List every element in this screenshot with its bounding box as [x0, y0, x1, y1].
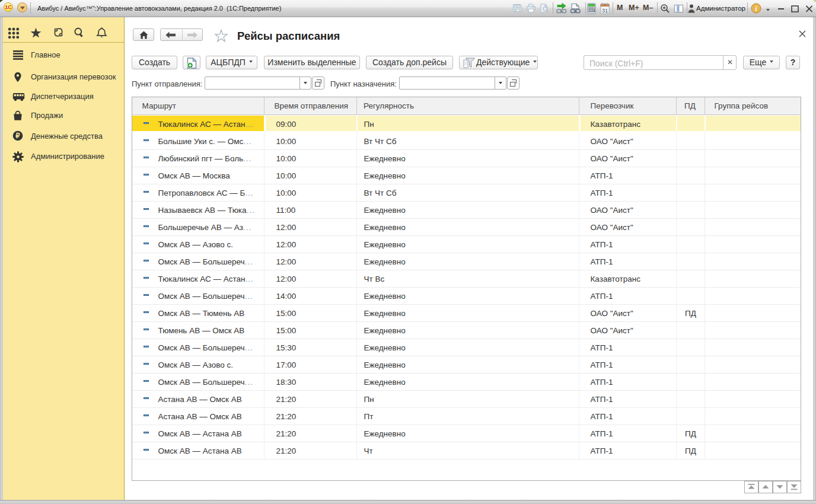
- svg-text:₽: ₽: [15, 132, 20, 139]
- svg-text:31: 31: [602, 7, 608, 14]
